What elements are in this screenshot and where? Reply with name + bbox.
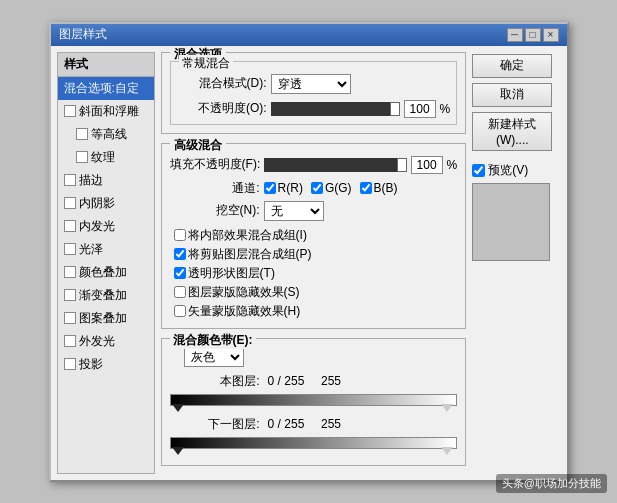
ok-button[interactable]: 确定 <box>472 54 552 78</box>
sidebar-item-outer-glow[interactable]: 外发光 <box>58 330 154 353</box>
vector-mask-checkbox[interactable] <box>174 305 186 317</box>
sidebar-item-inner-shadow[interactable]: 内阴影 <box>58 192 154 215</box>
cancel-button[interactable]: 取消 <box>472 83 552 107</box>
sidebar-checkbox-contour[interactable] <box>76 128 88 140</box>
knockout-row: 挖空(N): 无 浅 深 <box>170 201 458 221</box>
sidebar-label-texture: 纹理 <box>91 149 115 166</box>
sidebar-checkbox-outer-glow[interactable] <box>64 335 76 347</box>
this-layer-left-marker[interactable] <box>172 404 184 412</box>
sidebar-checkbox-drop-shadow[interactable] <box>64 358 76 370</box>
check-vector-mask[interactable]: 矢量蒙版隐藏效果(H) <box>174 303 458 320</box>
clip-layers-checkbox[interactable] <box>174 248 186 260</box>
transparent-shape-checkbox[interactable] <box>174 267 186 279</box>
blend-mode-label: 混合模式(D): <box>177 75 267 92</box>
opacity-slider[interactable] <box>271 102 400 116</box>
advanced-blend-title: 高级混合 <box>170 137 226 154</box>
sidebar-item-gradient-overlay[interactable]: 渐变叠加 <box>58 284 154 307</box>
color-band-select[interactable]: 灰色 红 绿 蓝 <box>184 347 244 367</box>
channel-b-label[interactable]: B(B) <box>360 181 398 195</box>
sidebar-label-bevel-emboss: 斜面和浮雕 <box>79 103 139 120</box>
check-internal-effects[interactable]: 将内部效果混合成组(I) <box>174 227 458 244</box>
maximize-button[interactable]: □ <box>525 28 541 42</box>
blend-mode-select[interactable]: 穿透 正常 溶解 <box>271 74 351 94</box>
preview-text: 预览(V) <box>488 162 528 179</box>
right-panel: 确定 取消 新建样式(W).... 预览(V) <box>472 52 560 474</box>
channel-r-text: R(R) <box>278 181 303 195</box>
title-bar-buttons: ─ □ × <box>507 28 559 42</box>
sidebar-item-stroke[interactable]: 描边 <box>58 169 154 192</box>
sidebar-label-drop-shadow: 投影 <box>79 356 103 373</box>
channel-g-text: G(G) <box>325 181 352 195</box>
sidebar-checkbox-inner-glow[interactable] <box>64 220 76 232</box>
this-layer-end: 255 <box>321 374 341 388</box>
close-button[interactable]: × <box>543 28 559 42</box>
check-transparent-shape[interactable]: 透明形状图层(T) <box>174 265 458 282</box>
sidebar-item-texture[interactable]: 纹理 <box>58 146 154 169</box>
sidebar-checkbox-color-overlay[interactable] <box>64 266 76 278</box>
check3-text: 透明形状图层(T) <box>188 265 275 282</box>
sidebar-label-inner-glow: 内发光 <box>79 218 115 235</box>
new-style-button[interactable]: 新建样式(W).... <box>472 112 552 151</box>
check-clip-layers[interactable]: 将剪贴图层混合成组(P) <box>174 246 458 263</box>
this-layer-left: 0 <box>268 374 275 388</box>
sidebar-label-satin: 光泽 <box>79 241 103 258</box>
sidebar-checkbox-pattern-overlay[interactable] <box>64 312 76 324</box>
sidebar-item-pattern-overlay[interactable]: 图案叠加 <box>58 307 154 330</box>
channel-g-checkbox[interactable] <box>311 182 323 194</box>
check-layer-mask[interactable]: 图层蒙版隐藏效果(S) <box>174 284 458 301</box>
opacity-label: 不透明度(O): <box>177 100 267 117</box>
opacity-pct: % <box>440 102 451 116</box>
preview-checkbox[interactable] <box>472 164 485 177</box>
channel-b-checkbox[interactable] <box>360 182 372 194</box>
fill-opacity-slider[interactable] <box>264 158 406 172</box>
this-layer-gradient <box>170 394 458 410</box>
channel-r-label[interactable]: R(R) <box>264 181 303 195</box>
sidebar-item-drop-shadow[interactable]: 投影 <box>58 353 154 376</box>
channel-g-label[interactable]: G(G) <box>311 181 352 195</box>
opacity-slider-container: 100 % <box>271 100 451 118</box>
channel-label: 通道: <box>170 180 260 197</box>
next-layer-left-marker[interactable] <box>172 447 184 455</box>
channel-b-text: B(B) <box>374 181 398 195</box>
fill-opacity-value[interactable]: 100 <box>411 156 443 174</box>
opacity-value[interactable]: 100 <box>404 100 436 118</box>
sidebar-item-blend-options[interactable]: 混合选项:自定 <box>58 77 154 100</box>
color-band-select-row: 灰色 红 绿 蓝 <box>170 347 458 367</box>
check4-text: 图层蒙版隐藏效果(S) <box>188 284 300 301</box>
this-layer-values: 0 / 255 255 <box>268 374 341 388</box>
channel-r-checkbox[interactable] <box>264 182 276 194</box>
next-layer-right: 255 <box>284 417 304 431</box>
channel-row: 通道: R(R) G(G) B(B) <box>170 180 458 197</box>
knockout-select[interactable]: 无 浅 深 <box>264 201 324 221</box>
sidebar-item-contour[interactable]: 等高线 <box>58 123 154 146</box>
layer-mask-checkbox[interactable] <box>174 286 186 298</box>
sidebar: 样式 混合选项:自定斜面和浮雕等高线纹理描边内阴影内发光光泽颜色叠加渐变叠加图案… <box>57 52 155 474</box>
sidebar-checkbox-bevel-emboss[interactable] <box>64 105 76 117</box>
sidebar-header: 样式 <box>58 53 154 77</box>
channel-checkboxes: R(R) G(G) B(B) <box>264 181 398 195</box>
sidebar-checkbox-satin[interactable] <box>64 243 76 255</box>
minimize-button[interactable]: ─ <box>507 28 523 42</box>
sidebar-item-bevel-emboss[interactable]: 斜面和浮雕 <box>58 100 154 123</box>
color-band-title: 混合颜色带(E): <box>170 332 256 349</box>
sidebar-item-inner-glow[interactable]: 内发光 <box>58 215 154 238</box>
preview-section: 预览(V) <box>472 162 560 261</box>
next-layer-right-marker[interactable] <box>441 447 453 455</box>
knockout-label: 挖空(N): <box>170 202 260 219</box>
dialog-body: 样式 混合选项:自定斜面和浮雕等高线纹理描边内阴影内发光光泽颜色叠加渐变叠加图案… <box>51 46 567 480</box>
preview-label[interactable]: 预览(V) <box>472 162 560 179</box>
sidebar-checkbox-texture[interactable] <box>76 151 88 163</box>
sidebar-item-color-overlay[interactable]: 颜色叠加 <box>58 261 154 284</box>
sidebar-checkbox-gradient-overlay[interactable] <box>64 289 76 301</box>
this-layer-right-marker[interactable] <box>441 404 453 412</box>
opacity-row: 不透明度(O): 100 % <box>177 100 451 118</box>
sidebar-item-satin[interactable]: 光泽 <box>58 238 154 261</box>
this-layer-label: 本图层: <box>170 373 260 390</box>
sidebar-checkbox-stroke[interactable] <box>64 174 76 186</box>
layer-style-dialog: 图层样式 ─ □ × 样式 混合选项:自定斜面和浮雕等高线纹理描边内阴影内发光光… <box>49 22 569 482</box>
sidebar-checkbox-inner-shadow[interactable] <box>64 197 76 209</box>
next-layer-bar <box>170 437 458 449</box>
internal-effects-checkbox[interactable] <box>174 229 186 241</box>
title-bar: 图层样式 ─ □ × <box>51 24 567 46</box>
sidebar-label-inner-shadow: 内阴影 <box>79 195 115 212</box>
